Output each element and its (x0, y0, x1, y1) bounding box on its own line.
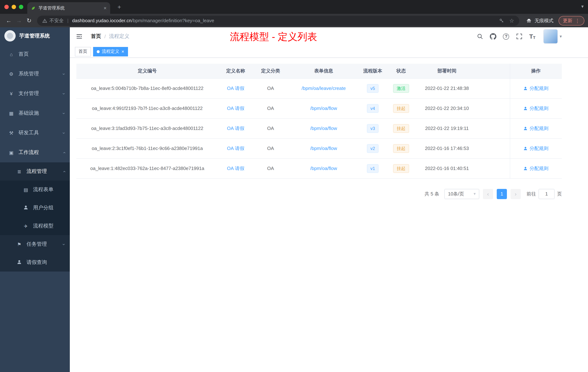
definition-name-link[interactable]: OA 请假 (227, 165, 244, 171)
definition-name-link[interactable]: OA 请假 (227, 145, 244, 151)
back-icon[interactable]: ← (4, 15, 14, 26)
page-number-button[interactable]: 1 (497, 189, 507, 199)
font-size-icon[interactable]: TT (529, 33, 536, 40)
col-process-version: 流程版本 (359, 64, 386, 78)
sidebar-item-system[interactable]: ⚙ 系统管理 › (0, 64, 70, 84)
assign-rule-link[interactable]: 分配规则 (524, 145, 548, 152)
chevron-up-icon: › (61, 152, 67, 153)
workflow-icon: ▣ (8, 150, 15, 155)
sidebar-item-label: 流程表单 (33, 186, 53, 193)
assign-rule-link[interactable]: 分配规则 (524, 105, 548, 111)
assign-rule-link[interactable]: 分配规则 (524, 165, 548, 172)
sidebar-item-process-form[interactable]: ▤ 流程表单 (0, 181, 70, 199)
sidebar-item-process-mgmt[interactable]: ≣ 流程管理 › (0, 162, 70, 181)
sidebar-item-label: 基础设施 (19, 110, 39, 117)
sidebar-item-home[interactable]: ⌂ 首页 (0, 44, 70, 64)
tag-label: 流程定义 (102, 48, 119, 55)
sidebar-toggle-icon[interactable] (76, 33, 84, 40)
tag-bar: 首页 流程定义 × (70, 45, 588, 58)
assign-rule-link[interactable]: 分配规则 (524, 125, 548, 131)
sidebar-item-label: 工作流程 (19, 149, 39, 156)
new-tab-button[interactable]: + (115, 3, 124, 12)
tools-icon: ⚒ (8, 130, 15, 136)
security-label[interactable]: 不安全 (50, 17, 64, 24)
cell-deploy-time: 2022-01-16 01:40:51 (416, 158, 478, 178)
task-flag-icon: ⚑ (16, 241, 22, 247)
assign-rule-label: 分配规则 (530, 85, 548, 92)
page-title: 流程模型 - 定义列表 (230, 30, 317, 43)
sidebar-item-process-model[interactable]: ✈ 流程模型 (0, 217, 70, 235)
maximize-window-button[interactable] (19, 5, 23, 9)
paper-plane-icon: ✈ (22, 223, 29, 229)
caret-down-icon: ▾ (560, 34, 562, 39)
pagination-total: 共 5 条 (425, 191, 439, 197)
breadcrumb-separator: / (104, 33, 106, 39)
cell-category: OA (253, 138, 288, 158)
prev-page-button[interactable]: ‹ (483, 189, 493, 199)
update-button[interactable]: 更新 ⋮ (558, 16, 584, 25)
breadcrumb-home[interactable]: 首页 (91, 33, 101, 40)
close-window-button[interactable] (4, 5, 9, 9)
sidebar-item-leave-query[interactable]: 请假查询 (0, 253, 70, 272)
tag-process-definition[interactable]: 流程定义 × (93, 47, 128, 56)
help-icon[interactable]: ? (503, 33, 510, 40)
form-link[interactable]: /bpm/oa/flow (310, 166, 337, 171)
table-row: oa_leave:2:3c1f0ef1-76b1-11ec-9c66-a2380… (76, 138, 562, 158)
minimize-window-button[interactable] (12, 5, 16, 9)
tag-label: 首页 (79, 48, 87, 55)
dashboard-icon: ⌂ (8, 52, 15, 57)
tab-strip: 芋道管理系统 × + ▾ (0, 0, 588, 14)
form-link[interactable]: /bpm/oa/flow (310, 106, 337, 111)
definition-name-link[interactable]: OA 请假 (227, 85, 244, 91)
page-unit-label: 页 (557, 191, 562, 197)
incognito-label: 无痕模式 (535, 17, 554, 24)
goto-page-input[interactable] (538, 189, 555, 199)
browser-tab[interactable]: 芋道管理系统 × (27, 2, 110, 14)
tag-home[interactable]: 首页 (75, 47, 91, 56)
page-size-select[interactable]: 10条/页 ▾ (444, 189, 479, 199)
github-icon[interactable] (489, 33, 497, 40)
sidebar-item-devtools[interactable]: ⚒ 研发工具 › (0, 123, 70, 143)
tab-favicon-leaf-icon (31, 6, 36, 10)
bookmark-star-icon[interactable]: ☆ (509, 17, 514, 24)
table-row: oa_leave:4:991f2193-7b7f-11ec-a3c8-acde4… (76, 98, 562, 118)
header-actions: ? TT ▾ (476, 29, 562, 44)
user-menu[interactable]: ▾ (543, 29, 562, 44)
fullscreen-icon[interactable] (516, 33, 523, 40)
key-icon[interactable] (499, 18, 504, 23)
cell-category: OA (253, 78, 288, 98)
sidebar-item-task-mgmt[interactable]: ⚑ 任务管理 › (0, 235, 70, 253)
form-link[interactable]: /bpm/oa/flow (310, 126, 337, 131)
tag-close-icon[interactable]: × (121, 49, 124, 54)
sidebar-item-payment[interactable]: ¥ 支付管理 › (0, 84, 70, 103)
cell-category: OA (253, 118, 288, 138)
version-tag: v5 (367, 84, 378, 93)
definition-name-link[interactable]: OA 请假 (227, 125, 244, 131)
avatar[interactable] (543, 29, 558, 44)
form-link[interactable]: /bpm/oa/leave/create (302, 86, 346, 91)
cell-definition-id: oa_leave:1:482ec033-762a-11ec-8477-a2380… (76, 158, 218, 178)
app-header: 首页 / 流程定义 流程模型 - 定义列表 ? TT (70, 27, 588, 45)
browser-menu-icon[interactable]: ⋮ (575, 18, 580, 23)
next-page-button[interactable]: › (511, 189, 521, 199)
reload-icon[interactable]: ↻ (24, 15, 34, 26)
workflow-submenu: ≣ 流程管理 › ▤ 流程表单 用户分组 ✈ 流程模型 ⚑ (0, 162, 70, 272)
sidebar-item-user-group[interactable]: 用户分组 (0, 199, 70, 217)
main-area: 首页 / 流程定义 流程模型 - 定义列表 ? TT (70, 27, 588, 372)
search-icon[interactable] (476, 33, 484, 40)
tab-overflow-caret-icon[interactable]: ▾ (581, 4, 584, 9)
col-definition-name: 定义名称 (218, 64, 253, 78)
form-link[interactable]: /bpm/oa/flow (310, 146, 337, 151)
tab-close-icon[interactable]: × (104, 5, 106, 11)
sidebar-item-workflow[interactable]: ▣ 工作流程 › (0, 143, 70, 162)
user-group-icon (22, 205, 29, 211)
forward-icon[interactable]: → (14, 15, 24, 26)
sidebar-item-label: 流程模型 (33, 223, 53, 229)
cell-deploy-time: 2022-01-22 19:19:11 (416, 118, 478, 138)
cell-filler (478, 118, 510, 138)
sidebar-item-infra[interactable]: ▦ 基础设施 › (0, 103, 70, 123)
definition-name-link[interactable]: OA 请假 (227, 105, 244, 111)
col-status: 状态 (386, 64, 416, 78)
address-bar[interactable]: 不安全 | dashboard.yudao.iocoder.cn/bpm/man… (37, 15, 519, 26)
assign-rule-link[interactable]: 分配规则 (524, 85, 548, 92)
